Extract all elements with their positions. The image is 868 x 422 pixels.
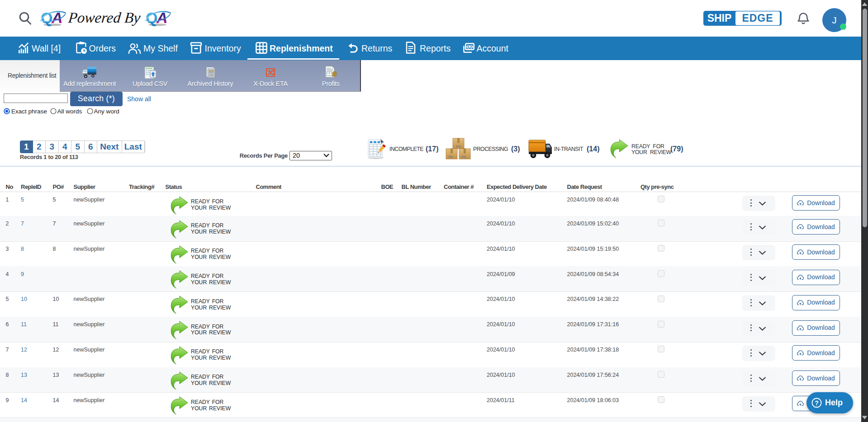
svg-text:?: ? (815, 399, 819, 407)
